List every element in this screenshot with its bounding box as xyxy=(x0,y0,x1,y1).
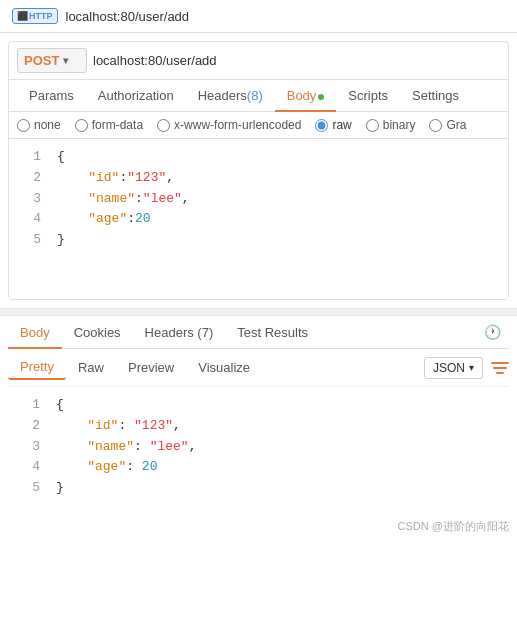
tab-headers[interactable]: Headers(8) xyxy=(186,80,275,111)
http-icon: ⬛ HTTP xyxy=(12,8,58,24)
history-icon[interactable]: 🕐 xyxy=(476,316,509,348)
url-input[interactable] xyxy=(93,53,500,68)
json-label: JSON xyxy=(433,361,465,375)
json-format-select[interactable]: JSON ▾ xyxy=(424,357,483,379)
radio-raw[interactable]: raw xyxy=(315,118,351,132)
req-line-4: 4 "age":20 xyxy=(9,209,508,230)
chevron-down-icon: ▾ xyxy=(469,362,474,373)
req-line-3: 3 "name":"lee", xyxy=(9,189,508,210)
request-code-editor: 1 { 2 "id":"123", 3 "name":"lee", 4 "age… xyxy=(9,139,508,299)
response-section: Body Cookies Headers (7) Test Results 🕐 … xyxy=(0,316,517,515)
radio-form-data[interactable]: form-data xyxy=(75,118,143,132)
request-section: POST ▾ Params Authorization Headers(8) B… xyxy=(8,41,509,300)
body-dot xyxy=(318,94,324,100)
headers-badge: (8) xyxy=(247,88,263,103)
resp-line-5: 5 } xyxy=(8,478,509,499)
section-divider xyxy=(0,308,517,316)
radio-graphql[interactable]: Gra xyxy=(429,118,466,132)
req-line-2: 2 "id":"123", xyxy=(9,168,508,189)
top-bar: ⬛ HTTP localhost:80/user/add xyxy=(0,0,517,33)
resp-line-3: 3 "name": "lee", xyxy=(8,437,509,458)
sub-tab-preview[interactable]: Preview xyxy=(116,356,186,379)
chevron-down-icon: ▾ xyxy=(63,55,68,66)
radio-urlencoded[interactable]: x-www-form-urlencoded xyxy=(157,118,301,132)
resp-tab-headers[interactable]: Headers (7) xyxy=(133,317,226,348)
watermark: CSDN @进阶的向阳花 xyxy=(0,515,517,538)
response-tabs: Body Cookies Headers (7) Test Results 🕐 xyxy=(8,316,509,349)
response-code-editor: 1 { 2 "id": "123", 3 "name": "lee", 4 "a… xyxy=(8,387,509,507)
resp-tab-test-results[interactable]: Test Results xyxy=(225,317,320,348)
filter-icon[interactable] xyxy=(491,361,509,375)
resp-tab-body[interactable]: Body xyxy=(8,317,62,348)
top-bar-url: localhost:80/user/add xyxy=(66,9,190,24)
tab-params[interactable]: Params xyxy=(17,80,86,111)
tab-settings[interactable]: Settings xyxy=(400,80,471,111)
body-type-row: none form-data x-www-form-urlencoded raw… xyxy=(9,112,508,139)
sub-tab-pretty[interactable]: Pretty xyxy=(8,355,66,380)
resp-line-1: 1 { xyxy=(8,395,509,416)
sub-tabs-row: Pretty Raw Preview Visualize JSON ▾ xyxy=(8,349,509,387)
req-line-5: 5 } xyxy=(9,230,508,251)
tab-scripts[interactable]: Scripts xyxy=(336,80,400,111)
radio-binary[interactable]: binary xyxy=(366,118,416,132)
tab-body[interactable]: Body xyxy=(275,80,337,111)
radio-none[interactable]: none xyxy=(17,118,61,132)
method-label: POST xyxy=(24,53,59,68)
resp-line-2: 2 "id": "123", xyxy=(8,416,509,437)
req-line-1: 1 { xyxy=(9,147,508,168)
sub-tab-raw[interactable]: Raw xyxy=(66,356,116,379)
tab-authorization[interactable]: Authorization xyxy=(86,80,186,111)
resp-tab-cookies[interactable]: Cookies xyxy=(62,317,133,348)
url-bar: POST ▾ xyxy=(9,42,508,80)
nav-tabs: Params Authorization Headers(8) Body Scr… xyxy=(9,80,508,112)
resp-line-4: 4 "age": 20 xyxy=(8,457,509,478)
method-select[interactable]: POST ▾ xyxy=(17,48,87,73)
sub-tab-visualize[interactable]: Visualize xyxy=(186,356,262,379)
